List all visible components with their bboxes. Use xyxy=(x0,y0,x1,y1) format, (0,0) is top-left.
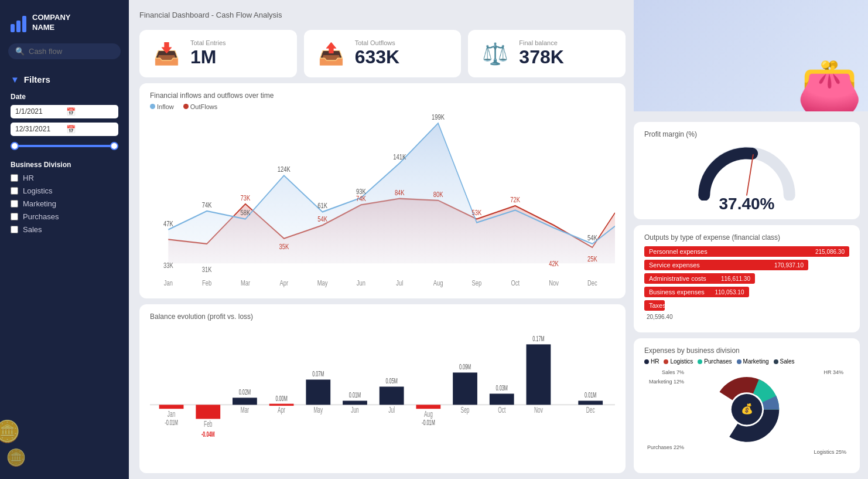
month-dec: Dec xyxy=(587,278,597,287)
bar-label-dec: Dec xyxy=(586,406,595,414)
division-label: Business Division xyxy=(11,161,118,169)
checkbox-logistics-input[interactable] xyxy=(11,187,18,195)
kpi-row: 📥 Total Entries 1M 📤 Total Outflows 633K… xyxy=(139,30,626,77)
kpi-balance-value: 378K xyxy=(519,46,564,68)
bar-val-may: 0.07M xyxy=(312,370,324,378)
right-panel: 👛 Profit margin (%) 37.40% Outputs by ty… xyxy=(634,0,868,479)
legend-logistics-label: Logistics xyxy=(670,358,693,365)
legend-purchases-label: Purchases xyxy=(704,358,732,365)
kpi-entries: 📥 Total Entries 1M xyxy=(139,30,297,77)
checkbox-sales-label: Sales xyxy=(23,225,42,234)
bar-feb xyxy=(196,405,220,419)
search-input[interactable] xyxy=(29,47,114,56)
checkbox-logistics-label: Logistics xyxy=(23,186,53,195)
legend-hr-label: HR xyxy=(651,358,659,365)
sidebar: COMPANYNAME 🔍 ▼ Filters Date 1/1/2021 📅 … xyxy=(0,0,129,479)
profit-title: Profit margin (%) xyxy=(644,130,697,138)
outflow-label-jul: 84K xyxy=(395,188,405,196)
range-thumb-left[interactable] xyxy=(11,142,19,150)
checkbox-hr-input[interactable] xyxy=(11,174,18,182)
date-range-slider[interactable] xyxy=(11,141,118,151)
checkbox-marketing[interactable]: Marketing xyxy=(11,199,118,208)
checkbox-purchases-input[interactable] xyxy=(11,213,18,220)
kpi-outflows-icon: 📤 xyxy=(318,42,344,66)
bar-val-mar: 0.02M xyxy=(239,388,251,396)
checkbox-sales-input[interactable] xyxy=(11,226,18,233)
bar-val-jan: -0.01M xyxy=(165,418,178,426)
bar-label-feb: Feb xyxy=(204,420,212,428)
kpi-outflows-info: Total Outflows 633K xyxy=(355,39,400,68)
checkbox-hr[interactable]: HR xyxy=(11,174,118,182)
expense-admin-bar: Administrative costs 116,611.30 xyxy=(644,273,755,284)
range-thumb-right[interactable] xyxy=(110,142,118,150)
checkbox-logistics[interactable]: Logistics xyxy=(11,186,118,195)
expense-business-row: Business expenses 110,053.10 xyxy=(644,287,849,297)
calendar-icon-to: 📅 xyxy=(66,125,114,134)
pie-title: Expenses by business division xyxy=(644,346,849,355)
bar-val-oct: 0.03M xyxy=(496,384,508,392)
bar-val-nov: 0.17M xyxy=(532,335,544,342)
inflow-chart-legend: Inflow OutFlows xyxy=(150,103,615,110)
checkbox-purchases-label: Purchases xyxy=(23,212,59,221)
filter-icon: ▼ xyxy=(11,74,19,84)
outflow-label-apr: 35K xyxy=(279,242,289,250)
pie-legend: HR Logistics Purchases Marketing Sales xyxy=(644,358,849,365)
date-filter-label: Date xyxy=(11,93,118,101)
kpi-balance-label: Final balance xyxy=(519,39,564,46)
month-nov: Nov xyxy=(549,278,559,287)
pie-container: 💰 HR 34% Logistics 25% Purchases 22% Mar… xyxy=(644,368,849,456)
checkbox-sales[interactable]: Sales xyxy=(11,225,118,234)
logo-bar-1 xyxy=(11,24,15,32)
outflow-label-sep: 53K xyxy=(472,208,482,217)
filters-section: ▼ Filters Date 1/1/2021 📅 12/31/2021 📅 B… xyxy=(0,70,129,238)
bar-aug xyxy=(416,405,440,409)
bar-jul xyxy=(380,386,404,405)
logo-bar-2 xyxy=(16,21,20,32)
outflow-label-feb: 31K xyxy=(202,265,212,274)
balance-chart-title: Balance evolution (profit vs. loss) xyxy=(150,312,615,321)
inflow-label-jan: 47K xyxy=(163,219,173,227)
bar-label-jun: Jun xyxy=(351,406,358,414)
date-from-input[interactable]: 1/1/2021 📅 xyxy=(11,105,118,118)
kpi-entries-label: Total Entries xyxy=(190,39,226,46)
month-jan: Jan xyxy=(164,278,173,287)
kpi-outflows-value: 633K xyxy=(355,46,400,68)
outflow-label-aug: 80K xyxy=(433,189,443,198)
kpi-outflows: 📤 Total Outflows 633K xyxy=(304,30,462,77)
date-to-input[interactable]: 12/31/2021 📅 xyxy=(11,123,118,136)
bar-label-mar: Mar xyxy=(241,406,250,414)
bar-jan xyxy=(159,405,184,409)
gauge-value: 37.40% xyxy=(719,195,775,213)
pie-label-logistics: Logistics 25% xyxy=(814,449,846,455)
inflow-label-feb: 74K xyxy=(202,200,212,209)
bar-dec xyxy=(578,400,603,405)
balance-chart-card: Balance evolution (profit vs. loss) Jan … xyxy=(139,304,626,473)
gauge-wrap: 37.40% xyxy=(644,142,849,213)
bar-val-apr: 0.00M xyxy=(275,394,287,402)
checkbox-marketing-input[interactable] xyxy=(11,200,18,208)
pie-label-hr: HR 34% xyxy=(823,369,843,375)
inflow-label-mar: 58K xyxy=(241,208,251,217)
legend-logistics-dot xyxy=(664,359,668,364)
bar-may xyxy=(306,379,330,405)
logo-icon xyxy=(11,13,26,32)
pie-label-sales: Sales 7% xyxy=(662,369,684,375)
bar-label-oct: Oct xyxy=(498,406,506,414)
filters-title: ▼ Filters xyxy=(11,74,118,84)
wallet-emoji: 👛 xyxy=(797,56,862,111)
search-box[interactable]: 🔍 xyxy=(8,43,121,59)
checkbox-purchases[interactable]: Purchases xyxy=(11,212,118,221)
gauge-svg xyxy=(688,142,805,201)
expense-card: Outputs by type of expense (financial cl… xyxy=(634,225,860,332)
balance-chart-svg: Jan -0.01M Feb -0.04M Mar 0.02M Apr 0.00… xyxy=(150,324,615,465)
inflow-chart-svg: 47K 74K 58K 124K 61K 93K 141K 199K 54K 3… xyxy=(150,113,615,290)
inflow-chart-title: Financial inflows and outflows over time xyxy=(150,91,615,100)
outflow-label-oct: 72K xyxy=(510,195,520,203)
month-jun: Jun xyxy=(357,278,365,287)
expense-taxes-val: 20,596.40 xyxy=(647,314,673,320)
company-name: COMPANYNAME xyxy=(32,13,70,33)
bar-label-jul: Jul xyxy=(388,406,395,414)
bar-nov xyxy=(527,344,551,405)
expense-taxes-bar: Taxes xyxy=(644,300,665,311)
bar-sep xyxy=(453,372,477,405)
